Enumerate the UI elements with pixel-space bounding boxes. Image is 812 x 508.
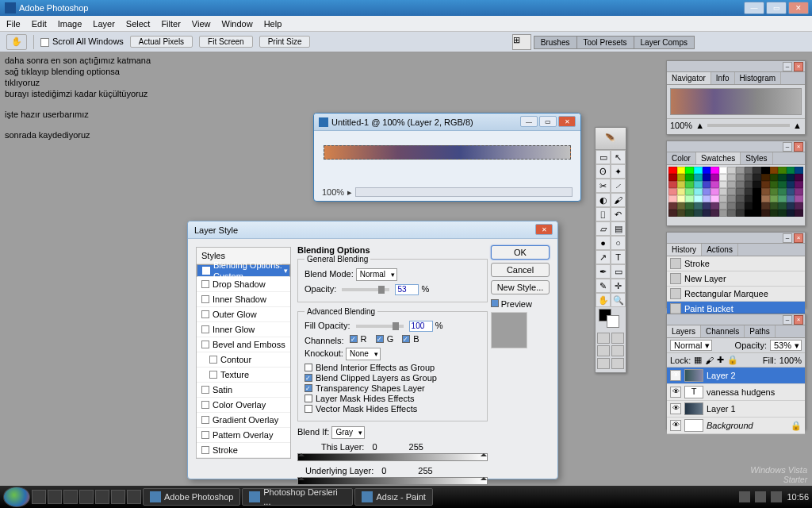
swatch[interactable]	[761, 174, 770, 181]
zoom-slider[interactable]	[707, 124, 790, 127]
swatch[interactable]	[694, 210, 703, 217]
lasso-tool[interactable]: ʘ	[596, 164, 611, 179]
actions-tab[interactable]: Actions	[702, 244, 738, 256]
screen-mode-2[interactable]	[611, 333, 624, 344]
swatch[interactable]	[668, 167, 677, 174]
swatch[interactable]	[727, 167, 736, 174]
swatch[interactable]	[719, 188, 728, 195]
swatch[interactable]	[778, 181, 787, 188]
layer-row[interactable]: 👁Layer 2	[667, 368, 805, 384]
canvas-area[interactable]	[324, 145, 571, 160]
swatch[interactable]	[736, 181, 745, 188]
swatch[interactable]	[787, 210, 795, 217]
swatch[interactable]	[710, 188, 719, 195]
visibility-icon[interactable]: 👁	[670, 387, 681, 398]
swatch[interactable]	[719, 174, 728, 181]
cancel-button[interactable]: Cancel	[491, 263, 550, 277]
panel-minimize-icon[interactable]: –	[783, 62, 792, 71]
swatch[interactable]	[727, 188, 736, 195]
zoom-tool[interactable]: 🔍	[611, 293, 626, 307]
stroke-row[interactable]: Stroke	[197, 443, 290, 458]
swatch[interactable]	[710, 167, 719, 174]
layer-mask-hides-checkbox[interactable]	[304, 394, 312, 402]
thislayer-gradient[interactable]	[297, 453, 488, 461]
layer-fill-input[interactable]: 100%	[779, 356, 802, 365]
slice-tool[interactable]: ⟋	[611, 179, 626, 193]
menu-view[interactable]: View	[192, 19, 211, 29]
swatch[interactable]	[677, 202, 686, 210]
swatch[interactable]	[770, 210, 779, 217]
doc-close-button[interactable]: ✕	[558, 116, 576, 127]
swatch[interactable]	[761, 195, 770, 202]
swatch[interactable]	[727, 174, 736, 181]
wand-tool[interactable]: ✦	[611, 164, 626, 179]
blendif-select[interactable]: Gray	[331, 426, 365, 439]
ok-button[interactable]: OK	[491, 245, 550, 260]
swatch[interactable]	[694, 202, 703, 210]
swatch[interactable]	[668, 210, 677, 217]
stamp-tool[interactable]: ⌷	[596, 207, 611, 221]
quick-launch-icon[interactable]	[111, 490, 125, 504]
swatch[interactable]	[787, 167, 795, 174]
swatch[interactable]	[745, 195, 753, 202]
swatch[interactable]	[685, 202, 694, 210]
swatch[interactable]	[761, 181, 770, 188]
color-tab[interactable]: Color	[667, 152, 696, 164]
zoom-in-icon[interactable]: ▲	[793, 121, 802, 130]
panel-close-icon[interactable]: ×	[794, 62, 803, 71]
swatch[interactable]	[745, 167, 753, 174]
navigator-tab[interactable]: Navigator	[667, 72, 711, 84]
swatch[interactable]	[753, 167, 761, 174]
dodge-tool[interactable]: ○	[611, 236, 626, 250]
quick-launch-icon[interactable]	[79, 490, 94, 504]
layer-blend-mode-select[interactable]: Normal	[670, 340, 712, 351]
taskbar-app[interactable]: Adobe Photoshop	[143, 488, 240, 506]
layer-row[interactable]: 👁Layer 1	[667, 401, 805, 418]
doc-scrollbar[interactable]	[355, 187, 573, 197]
eraser-tool[interactable]: ▱	[596, 221, 611, 236]
scroll-all-windows-checkbox[interactable]: Scroll All Windows	[40, 37, 124, 47]
swatch[interactable]	[736, 210, 745, 217]
swatch[interactable]	[677, 174, 686, 181]
panel-close-icon[interactable]: ×	[794, 142, 803, 152]
lock-move-icon[interactable]: ✚	[717, 355, 724, 365]
channel-b-checkbox[interactable]	[402, 335, 410, 343]
panel-minimize-icon[interactable]: –	[783, 315, 792, 325]
inner-glow-row[interactable]: Inner Glow	[197, 322, 290, 337]
swatch[interactable]	[770, 195, 779, 202]
marquee-tool[interactable]: ▭	[596, 150, 611, 164]
menu-select[interactable]: Select	[126, 19, 151, 29]
blending-options-row[interactable]: Blending Options: Custom	[197, 264, 290, 277]
swatch[interactable]	[795, 188, 803, 195]
swatch[interactable]	[685, 167, 694, 174]
swatch[interactable]	[770, 181, 779, 188]
knockout-select[interactable]: None	[346, 348, 381, 360]
move-tool[interactable]: ↖	[611, 150, 626, 164]
swatch[interactable]	[694, 188, 703, 195]
swatch[interactable]	[677, 181, 686, 188]
navigator-zoom[interactable]: 100%	[670, 121, 692, 130]
texture-row[interactable]: Texture	[197, 368, 290, 383]
swatch[interactable]	[727, 195, 736, 202]
background-color[interactable]	[607, 315, 619, 328]
swatch[interactable]	[745, 202, 753, 210]
swatch[interactable]	[770, 188, 779, 195]
panel-close-icon[interactable]: ×	[794, 233, 803, 243]
blur-tool[interactable]: ●	[596, 236, 611, 250]
swatch[interactable]	[770, 202, 779, 210]
hand-tool[interactable]: ✋	[596, 293, 611, 307]
visibility-icon[interactable]: 👁	[670, 420, 681, 431]
contour-row[interactable]: Contour	[197, 352, 290, 368]
menu-filter[interactable]: Filter	[161, 19, 180, 29]
quick-launch-icon[interactable]	[32, 490, 46, 504]
history-brush-tool[interactable]: ↶	[611, 207, 626, 221]
swatch[interactable]	[787, 181, 795, 188]
swatch[interactable]	[703, 195, 711, 202]
doc-minimize-button[interactable]: —	[520, 116, 538, 127]
notes-tool[interactable]: ✎	[596, 279, 611, 293]
channels-tab[interactable]: Channels	[701, 325, 745, 337]
paths-tab[interactable]: Paths	[745, 325, 776, 337]
swatch[interactable]	[778, 188, 787, 195]
swatch[interactable]	[778, 195, 787, 202]
styles-tab[interactable]: Styles	[741, 152, 772, 164]
